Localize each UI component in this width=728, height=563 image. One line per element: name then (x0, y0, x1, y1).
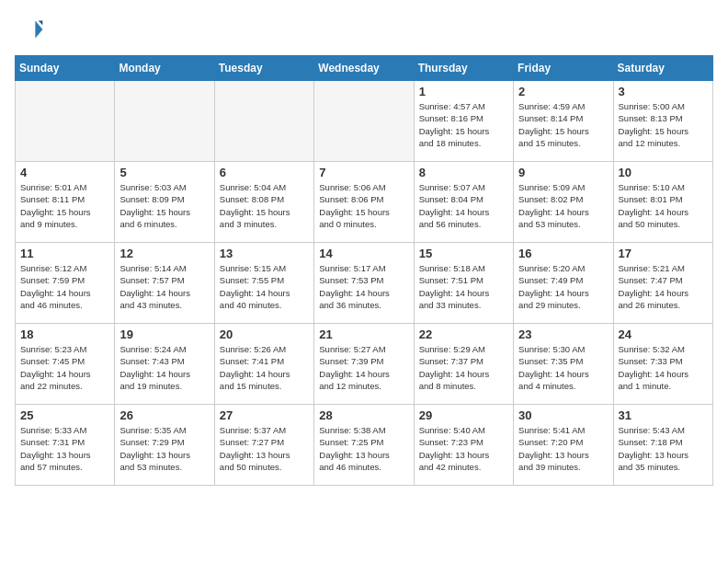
day-number: 20 (220, 327, 309, 341)
day-info: Sunrise: 5:17 AM Sunset: 7:53 PM Dayligh… (319, 262, 408, 311)
calendar-cell: 15Sunrise: 5:18 AM Sunset: 7:51 PM Dayli… (414, 243, 513, 324)
day-number: 22 (419, 327, 508, 341)
day-number: 18 (20, 327, 109, 341)
calendar-cell: 13Sunrise: 5:15 AM Sunset: 7:55 PM Dayli… (214, 243, 313, 324)
calendar-cell (16, 81, 115, 162)
week-row-1: 1Sunrise: 4:57 AM Sunset: 8:16 PM Daylig… (16, 81, 713, 162)
week-row-5: 25Sunrise: 5:33 AM Sunset: 7:31 PM Dayli… (16, 405, 713, 486)
day-info: Sunrise: 5:24 AM Sunset: 7:43 PM Dayligh… (119, 343, 209, 392)
day-number: 21 (319, 327, 408, 341)
day-number: 15 (419, 247, 508, 260)
calendar-cell: 22Sunrise: 5:29 AM Sunset: 7:37 PM Dayli… (414, 324, 513, 405)
day-number: 13 (220, 247, 309, 260)
day-number: 6 (220, 166, 309, 179)
day-number: 4 (20, 166, 109, 179)
calendar-cell: 30Sunrise: 5:41 AM Sunset: 7:20 PM Dayli… (514, 405, 613, 486)
page-header (15, 15, 713, 44)
week-row-2: 4Sunrise: 5:01 AM Sunset: 8:11 PM Daylig… (16, 162, 713, 243)
calendar-cell: 1Sunrise: 4:57 AM Sunset: 8:16 PM Daylig… (414, 81, 513, 162)
day-number: 26 (119, 408, 209, 422)
day-info: Sunrise: 5:04 AM Sunset: 8:08 PM Dayligh… (220, 181, 309, 230)
calendar-cell: 25Sunrise: 5:33 AM Sunset: 7:31 PM Dayli… (16, 405, 115, 486)
calendar-cell (314, 81, 414, 162)
day-info: Sunrise: 5:09 AM Sunset: 8:02 PM Dayligh… (518, 181, 608, 230)
calendar-cell: 24Sunrise: 5:32 AM Sunset: 7:33 PM Dayli… (613, 324, 712, 405)
calendar-cell: 14Sunrise: 5:17 AM Sunset: 7:53 PM Dayli… (314, 243, 414, 324)
day-header-friday: Friday (514, 56, 613, 81)
day-info: Sunrise: 5:06 AM Sunset: 8:06 PM Dayligh… (319, 181, 408, 230)
day-info: Sunrise: 5:40 AM Sunset: 7:23 PM Dayligh… (419, 424, 508, 473)
calendar-cell: 21Sunrise: 5:27 AM Sunset: 7:39 PM Dayli… (314, 324, 414, 405)
calendar-cell: 2Sunrise: 4:59 AM Sunset: 8:14 PM Daylig… (514, 81, 613, 162)
day-info: Sunrise: 4:59 AM Sunset: 8:14 PM Dayligh… (518, 100, 608, 149)
day-number: 12 (119, 247, 209, 260)
day-info: Sunrise: 5:30 AM Sunset: 7:35 PM Dayligh… (518, 343, 608, 392)
calendar-cell: 5Sunrise: 5:03 AM Sunset: 8:09 PM Daylig… (115, 162, 214, 243)
day-header-wednesday: Wednesday (314, 56, 414, 81)
calendar-cell: 12Sunrise: 5:14 AM Sunset: 7:57 PM Dayli… (115, 243, 214, 324)
calendar-cell: 18Sunrise: 5:23 AM Sunset: 7:45 PM Dayli… (16, 324, 115, 405)
calendar-cell: 27Sunrise: 5:37 AM Sunset: 7:27 PM Dayli… (214, 405, 313, 486)
calendar-table: SundayMondayTuesdayWednesdayThursdayFrid… (15, 55, 713, 486)
day-number: 7 (319, 166, 408, 179)
calendar-cell: 7Sunrise: 5:06 AM Sunset: 8:06 PM Daylig… (314, 162, 414, 243)
day-number: 17 (619, 247, 708, 260)
calendar-cell: 29Sunrise: 5:40 AM Sunset: 7:23 PM Dayli… (414, 405, 513, 486)
day-info: Sunrise: 5:20 AM Sunset: 7:49 PM Dayligh… (518, 262, 608, 311)
day-info: Sunrise: 5:29 AM Sunset: 7:37 PM Dayligh… (419, 343, 508, 392)
day-number: 11 (20, 247, 109, 260)
day-header-monday: Monday (115, 56, 214, 81)
day-number: 30 (518, 408, 608, 422)
day-number: 8 (419, 166, 508, 179)
calendar-cell: 23Sunrise: 5:30 AM Sunset: 7:35 PM Dayli… (514, 324, 613, 405)
day-info: Sunrise: 5:00 AM Sunset: 8:13 PM Dayligh… (619, 100, 708, 149)
day-info: Sunrise: 5:23 AM Sunset: 7:45 PM Dayligh… (20, 343, 109, 392)
calendar-cell: 10Sunrise: 5:10 AM Sunset: 8:01 PM Dayli… (613, 162, 712, 243)
day-info: Sunrise: 5:37 AM Sunset: 7:27 PM Dayligh… (220, 424, 309, 473)
day-number: 29 (419, 408, 508, 422)
day-number: 23 (518, 327, 608, 341)
day-info: Sunrise: 5:10 AM Sunset: 8:01 PM Dayligh… (619, 181, 708, 230)
calendar-cell: 20Sunrise: 5:26 AM Sunset: 7:41 PM Dayli… (214, 324, 313, 405)
day-number: 3 (619, 85, 708, 98)
calendar-cell: 28Sunrise: 5:38 AM Sunset: 7:25 PM Dayli… (314, 405, 414, 486)
day-info: Sunrise: 5:18 AM Sunset: 7:51 PM Dayligh… (419, 262, 508, 311)
day-number: 10 (619, 166, 708, 179)
day-info: Sunrise: 5:01 AM Sunset: 8:11 PM Dayligh… (20, 181, 109, 230)
day-info: Sunrise: 5:15 AM Sunset: 7:55 PM Dayligh… (220, 262, 309, 311)
day-header-saturday: Saturday (613, 56, 712, 81)
day-number: 25 (20, 408, 109, 422)
day-header-sunday: Sunday (16, 56, 115, 81)
day-info: Sunrise: 5:38 AM Sunset: 7:25 PM Dayligh… (319, 424, 408, 473)
day-info: Sunrise: 5:26 AM Sunset: 7:41 PM Dayligh… (220, 343, 309, 392)
day-number: 27 (220, 408, 309, 422)
logo-icon (15, 15, 44, 44)
day-info: Sunrise: 5:41 AM Sunset: 7:20 PM Dayligh… (518, 424, 608, 473)
day-info: Sunrise: 5:07 AM Sunset: 8:04 PM Dayligh… (419, 181, 508, 230)
day-info: Sunrise: 5:21 AM Sunset: 7:47 PM Dayligh… (619, 262, 708, 311)
calendar-cell: 26Sunrise: 5:35 AM Sunset: 7:29 PM Dayli… (115, 405, 214, 486)
day-info: Sunrise: 5:43 AM Sunset: 7:18 PM Dayligh… (619, 424, 708, 473)
week-row-4: 18Sunrise: 5:23 AM Sunset: 7:45 PM Dayli… (16, 324, 713, 405)
day-number: 24 (619, 327, 708, 341)
day-number: 28 (319, 408, 408, 422)
day-info: Sunrise: 4:57 AM Sunset: 8:16 PM Dayligh… (419, 100, 508, 149)
day-number: 14 (319, 247, 408, 260)
day-info: Sunrise: 5:27 AM Sunset: 7:39 PM Dayligh… (319, 343, 408, 392)
day-number: 5 (119, 166, 209, 179)
day-number: 1 (419, 85, 508, 98)
calendar-cell: 8Sunrise: 5:07 AM Sunset: 8:04 PM Daylig… (414, 162, 513, 243)
calendar-cell: 9Sunrise: 5:09 AM Sunset: 8:02 PM Daylig… (514, 162, 613, 243)
day-number: 16 (518, 247, 608, 260)
calendar-cell: 16Sunrise: 5:20 AM Sunset: 7:49 PM Dayli… (514, 243, 613, 324)
day-number: 19 (119, 327, 209, 341)
day-info: Sunrise: 5:35 AM Sunset: 7:29 PM Dayligh… (119, 424, 209, 473)
day-header-thursday: Thursday (414, 56, 513, 81)
day-number: 31 (619, 408, 708, 422)
day-number: 9 (518, 166, 608, 179)
calendar-cell: 11Sunrise: 5:12 AM Sunset: 7:59 PM Dayli… (16, 243, 115, 324)
calendar-cell (115, 81, 214, 162)
calendar-header-row: SundayMondayTuesdayWednesdayThursdayFrid… (16, 56, 713, 81)
calendar-cell: 6Sunrise: 5:04 AM Sunset: 8:08 PM Daylig… (214, 162, 313, 243)
calendar-cell: 31Sunrise: 5:43 AM Sunset: 7:18 PM Dayli… (613, 405, 712, 486)
